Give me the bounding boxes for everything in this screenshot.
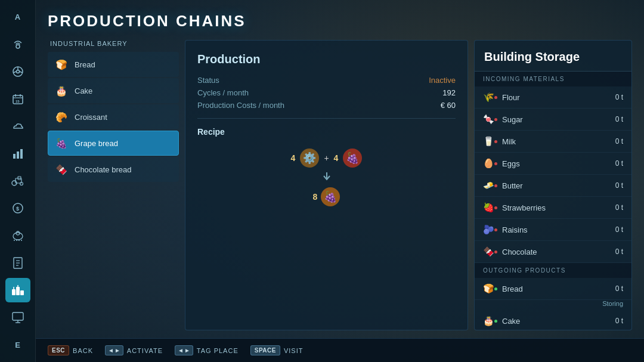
building-label: INDUSTRIAL BAKERY <box>48 40 179 47</box>
tagplace-arrow-badge: ◄► <box>175 345 193 355</box>
out-bread-icon: 🍞 <box>483 281 497 296</box>
out-cake-amount: 0 t <box>615 317 623 325</box>
strawberries-name: Strawberries <box>502 203 611 212</box>
main-content: PRODUCTION CHAINS INDUSTRIAL BAKERY 🍞 Br… <box>36 0 644 338</box>
raisins-name: Raisins <box>502 225 611 234</box>
flour-icon: 🌾 <box>483 90 497 104</box>
storage-item-eggs: 🥚 Eggs 0 t <box>475 153 631 175</box>
out-cake-name: Cake <box>502 317 611 326</box>
recipe-output-count: 8 <box>313 192 318 202</box>
butter-name: Butter <box>502 181 611 190</box>
building-storage-panel: Building Storage INCOMING MATERIALS 🌾 Fl… <box>474 40 632 330</box>
production-title: Production <box>197 52 456 66</box>
storage-item-sugar: 🍬 Sugar 0 t <box>475 109 631 131</box>
milk-icon: 🥛 <box>483 134 497 148</box>
product-item-croissant[interactable]: 🥐 Croissant <box>48 104 179 129</box>
svg-point-2 <box>16 70 19 73</box>
strawberries-amount: 0 t <box>615 203 623 212</box>
storage-item-strawberries: 🍓 Strawberries 0 t <box>475 197 631 219</box>
recipe-ingredient1-icon: ⚙️ <box>300 148 319 168</box>
milk-name: Milk <box>502 137 611 146</box>
flour-name: Flour <box>502 93 611 102</box>
visit-label: VISIT <box>284 347 304 354</box>
svg-text:15: 15 <box>16 100 20 103</box>
out-bread-name: Bread <box>502 284 611 293</box>
columns-layout: INDUSTRIAL BAKERY 🍞 Bread 🎂 Cake 🥐 Crois… <box>48 40 632 330</box>
sidebar-item-production[interactable] <box>5 278 30 303</box>
activate-arrow-badge: ◄► <box>105 345 123 355</box>
bread-icon: 🍞 <box>54 57 69 72</box>
costs-label: Production Costs / month <box>197 101 284 110</box>
cake-icon: 🎂 <box>54 83 69 98</box>
butter-icon: 🧈 <box>483 178 497 193</box>
grape-bread-icon: 🍇 <box>54 136 69 150</box>
chocolate-icon: 🍫 <box>483 245 497 259</box>
chocolate-amount: 0 t <box>615 247 623 256</box>
hotkey-activate-group: ◄► ACTIVATE <box>105 345 163 355</box>
costs-row: Production Costs / month € 60 <box>197 101 456 110</box>
status-label: Status <box>197 76 219 85</box>
sidebar-item-calendar[interactable]: 15 <box>5 86 30 112</box>
svg-point-0 <box>16 45 20 48</box>
storage-scroll[interactable]: INCOMING MATERIALS 🌾 Flour 0 t 🍬 Sugar 0… <box>475 72 631 330</box>
recipe-input2-count: 4 <box>334 153 339 163</box>
recipe-inputs: 4 ⚙️ + 4 🍇 <box>291 148 363 168</box>
sidebar-item-coin[interactable]: $ <box>5 196 30 221</box>
eggs-icon: 🥚 <box>483 156 497 171</box>
product-name-chocolate-bread: Chocolate bread <box>75 165 131 174</box>
svg-point-20 <box>13 233 23 240</box>
sidebar-item-chart[interactable] <box>5 141 30 166</box>
outgoing-header: OUTGOING PRODUCTS <box>475 263 631 278</box>
raisins-icon: 🫐 <box>483 222 497 237</box>
sidebar-item-book[interactable] <box>5 250 30 276</box>
svg-text:$: $ <box>16 206 19 212</box>
out-bread-amount: 0 t <box>615 284 623 293</box>
eggs-name: Eggs <box>502 159 611 168</box>
recipe-ingredient2-icon: 🍇 <box>343 148 362 168</box>
storage-item-milk: 🥛 Milk 0 t <box>475 131 631 153</box>
sidebar-item-monitor[interactable] <box>5 305 30 330</box>
sidebar-item-tractor[interactable] <box>5 169 30 194</box>
svg-point-21 <box>16 231 20 235</box>
sidebar-item-a[interactable]: A <box>5 5 30 30</box>
sidebar-item-steering[interactable] <box>5 60 30 85</box>
divider <box>197 118 456 119</box>
cycles-label: Cycles / month <box>197 88 249 97</box>
svg-rect-31 <box>16 287 20 295</box>
storage-item-chocolate: 🍫 Chocolate 0 t <box>475 241 631 263</box>
recipe-arrow-down <box>321 171 333 184</box>
storage-item-butter: 🧈 Butter 0 t <box>475 175 631 197</box>
product-list: 🍞 Bread 🎂 Cake 🥐 Croissant 🍇 Grape bread… <box>48 52 179 182</box>
sidebar-item-radio[interactable] <box>5 32 30 57</box>
product-name-bread: Bread <box>75 60 95 69</box>
back-label: BACK <box>73 347 93 354</box>
product-item-chocolate-bread[interactable]: 🍫 Chocolate bread <box>48 157 179 182</box>
sidebar-item-animal[interactable] <box>5 223 30 248</box>
out-bread-sub: Storing <box>602 300 623 307</box>
product-item-cake[interactable]: 🎂 Cake <box>48 78 179 103</box>
croissant-icon: 🥐 <box>54 110 69 124</box>
sugar-amount: 0 t <box>615 115 623 123</box>
costs-value: € 60 <box>441 101 456 110</box>
sidebar: A 15 <box>0 0 36 362</box>
out-bread-sub-row: Storing <box>475 300 631 310</box>
svg-rect-12 <box>17 151 19 159</box>
sidebar-item-e[interactable]: E <box>5 332 30 357</box>
cycles-row: Cycles / month 192 <box>197 88 456 97</box>
product-item-grape-bread[interactable]: 🍇 Grape bread <box>48 131 179 156</box>
incoming-header: INCOMING MATERIALS <box>475 72 631 86</box>
cycles-value: 192 <box>442 88 456 97</box>
tagplace-label: TAG PLACE <box>197 347 239 354</box>
strawberries-icon: 🍓 <box>483 200 497 215</box>
butter-amount: 0 t <box>615 181 623 190</box>
milk-amount: 0 t <box>615 137 623 146</box>
sidebar-item-weather[interactable] <box>5 114 30 139</box>
building-storage-title: Building Storage <box>475 41 631 72</box>
recipe-input1-count: 4 <box>291 153 296 163</box>
sugar-name: Sugar <box>502 115 611 124</box>
product-item-bread[interactable]: 🍞 Bread <box>48 52 179 77</box>
status-row: Status Inactive <box>197 76 456 85</box>
production-panel: Production Status Inactive Cycles / mont… <box>185 40 468 330</box>
chocolate-name: Chocolate <box>502 247 611 256</box>
svg-rect-13 <box>20 149 23 159</box>
